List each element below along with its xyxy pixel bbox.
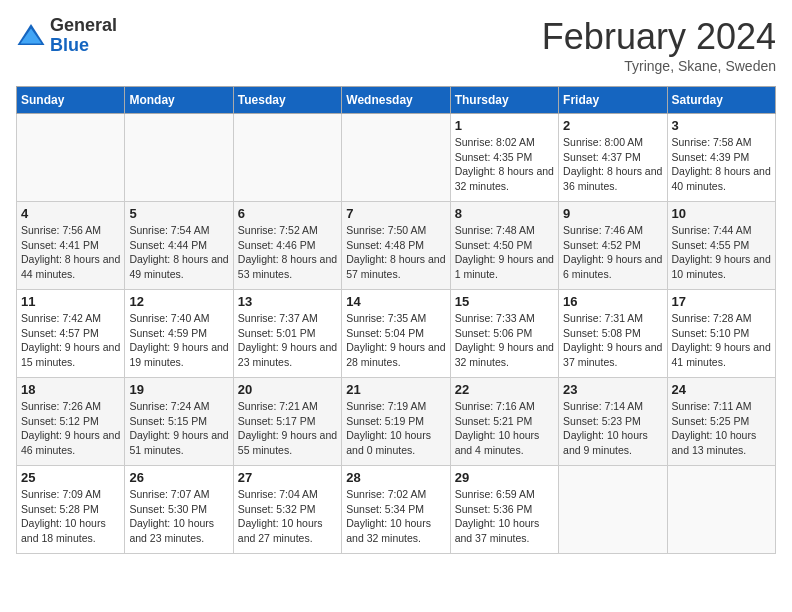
- day-info: Sunrise: 7:42 AMSunset: 4:57 PMDaylight:…: [21, 311, 120, 370]
- week-row-2: 11Sunrise: 7:42 AMSunset: 4:57 PMDayligh…: [17, 290, 776, 378]
- day-number: 3: [672, 118, 771, 133]
- calendar-cell: 13Sunrise: 7:37 AMSunset: 5:01 PMDayligh…: [233, 290, 341, 378]
- week-row-4: 25Sunrise: 7:09 AMSunset: 5:28 PMDayligh…: [17, 466, 776, 554]
- header: General Blue February 2024 Tyringe, Skan…: [16, 16, 776, 74]
- day-number: 1: [455, 118, 554, 133]
- calendar-cell: [342, 114, 450, 202]
- calendar-cell: 12Sunrise: 7:40 AMSunset: 4:59 PMDayligh…: [125, 290, 233, 378]
- calendar-cell: 19Sunrise: 7:24 AMSunset: 5:15 PMDayligh…: [125, 378, 233, 466]
- day-number: 16: [563, 294, 662, 309]
- day-info: Sunrise: 7:48 AMSunset: 4:50 PMDaylight:…: [455, 223, 554, 282]
- calendar-cell: 18Sunrise: 7:26 AMSunset: 5:12 PMDayligh…: [17, 378, 125, 466]
- day-number: 6: [238, 206, 337, 221]
- calendar-cell: 16Sunrise: 7:31 AMSunset: 5:08 PMDayligh…: [559, 290, 667, 378]
- day-info: Sunrise: 8:02 AMSunset: 4:35 PMDaylight:…: [455, 135, 554, 194]
- day-number: 29: [455, 470, 554, 485]
- calendar-cell: 21Sunrise: 7:19 AMSunset: 5:19 PMDayligh…: [342, 378, 450, 466]
- day-number: 9: [563, 206, 662, 221]
- calendar-cell: 20Sunrise: 7:21 AMSunset: 5:17 PMDayligh…: [233, 378, 341, 466]
- day-number: 5: [129, 206, 228, 221]
- day-number: 4: [21, 206, 120, 221]
- calendar-cell: 4Sunrise: 7:56 AMSunset: 4:41 PMDaylight…: [17, 202, 125, 290]
- day-info: Sunrise: 7:46 AMSunset: 4:52 PMDaylight:…: [563, 223, 662, 282]
- logo-icon: [16, 21, 46, 51]
- calendar-cell: [17, 114, 125, 202]
- day-info: Sunrise: 7:11 AMSunset: 5:25 PMDaylight:…: [672, 399, 771, 458]
- weekday-header-thursday: Thursday: [450, 87, 558, 114]
- calendar-cell: 15Sunrise: 7:33 AMSunset: 5:06 PMDayligh…: [450, 290, 558, 378]
- day-number: 19: [129, 382, 228, 397]
- calendar-cell: 10Sunrise: 7:44 AMSunset: 4:55 PMDayligh…: [667, 202, 775, 290]
- calendar-cell: 8Sunrise: 7:48 AMSunset: 4:50 PMDaylight…: [450, 202, 558, 290]
- day-info: Sunrise: 6:59 AMSunset: 5:36 PMDaylight:…: [455, 487, 554, 546]
- week-row-3: 18Sunrise: 7:26 AMSunset: 5:12 PMDayligh…: [17, 378, 776, 466]
- day-number: 28: [346, 470, 445, 485]
- weekday-header-wednesday: Wednesday: [342, 87, 450, 114]
- calendar-cell: [667, 466, 775, 554]
- weekday-header-tuesday: Tuesday: [233, 87, 341, 114]
- title-area: February 2024 Tyringe, Skane, Sweden: [542, 16, 776, 74]
- calendar-cell: 14Sunrise: 7:35 AMSunset: 5:04 PMDayligh…: [342, 290, 450, 378]
- logo: General Blue: [16, 16, 117, 56]
- calendar-cell: 26Sunrise: 7:07 AMSunset: 5:30 PMDayligh…: [125, 466, 233, 554]
- week-row-1: 4Sunrise: 7:56 AMSunset: 4:41 PMDaylight…: [17, 202, 776, 290]
- calendar-cell: 11Sunrise: 7:42 AMSunset: 4:57 PMDayligh…: [17, 290, 125, 378]
- day-info: Sunrise: 7:14 AMSunset: 5:23 PMDaylight:…: [563, 399, 662, 458]
- calendar-cell: 6Sunrise: 7:52 AMSunset: 4:46 PMDaylight…: [233, 202, 341, 290]
- day-info: Sunrise: 7:28 AMSunset: 5:10 PMDaylight:…: [672, 311, 771, 370]
- day-number: 27: [238, 470, 337, 485]
- day-info: Sunrise: 7:44 AMSunset: 4:55 PMDaylight:…: [672, 223, 771, 282]
- calendar-cell: 24Sunrise: 7:11 AMSunset: 5:25 PMDayligh…: [667, 378, 775, 466]
- day-number: 10: [672, 206, 771, 221]
- week-row-0: 1Sunrise: 8:02 AMSunset: 4:35 PMDaylight…: [17, 114, 776, 202]
- weekday-header-friday: Friday: [559, 87, 667, 114]
- day-number: 17: [672, 294, 771, 309]
- day-info: Sunrise: 7:02 AMSunset: 5:34 PMDaylight:…: [346, 487, 445, 546]
- month-title: February 2024: [542, 16, 776, 58]
- day-info: Sunrise: 7:04 AMSunset: 5:32 PMDaylight:…: [238, 487, 337, 546]
- calendar-cell: 1Sunrise: 8:02 AMSunset: 4:35 PMDaylight…: [450, 114, 558, 202]
- day-info: Sunrise: 7:21 AMSunset: 5:17 PMDaylight:…: [238, 399, 337, 458]
- calendar-cell: [125, 114, 233, 202]
- weekday-header-monday: Monday: [125, 87, 233, 114]
- day-info: Sunrise: 7:40 AMSunset: 4:59 PMDaylight:…: [129, 311, 228, 370]
- day-info: Sunrise: 7:07 AMSunset: 5:30 PMDaylight:…: [129, 487, 228, 546]
- calendar-cell: 5Sunrise: 7:54 AMSunset: 4:44 PMDaylight…: [125, 202, 233, 290]
- day-info: Sunrise: 7:26 AMSunset: 5:12 PMDaylight:…: [21, 399, 120, 458]
- day-number: 7: [346, 206, 445, 221]
- calendar-cell: 17Sunrise: 7:28 AMSunset: 5:10 PMDayligh…: [667, 290, 775, 378]
- day-number: 14: [346, 294, 445, 309]
- calendar-cell: 27Sunrise: 7:04 AMSunset: 5:32 PMDayligh…: [233, 466, 341, 554]
- calendar-cell: 23Sunrise: 7:14 AMSunset: 5:23 PMDayligh…: [559, 378, 667, 466]
- weekday-header-row: SundayMondayTuesdayWednesdayThursdayFrid…: [17, 87, 776, 114]
- calendar-cell: 29Sunrise: 6:59 AMSunset: 5:36 PMDayligh…: [450, 466, 558, 554]
- calendar-cell: [559, 466, 667, 554]
- day-number: 23: [563, 382, 662, 397]
- day-number: 18: [21, 382, 120, 397]
- day-number: 22: [455, 382, 554, 397]
- logo-blue-text: Blue: [50, 36, 117, 56]
- day-number: 26: [129, 470, 228, 485]
- day-info: Sunrise: 7:16 AMSunset: 5:21 PMDaylight:…: [455, 399, 554, 458]
- day-number: 2: [563, 118, 662, 133]
- logo-text: General Blue: [50, 16, 117, 56]
- day-number: 11: [21, 294, 120, 309]
- calendar-table: SundayMondayTuesdayWednesdayThursdayFrid…: [16, 86, 776, 554]
- day-number: 25: [21, 470, 120, 485]
- calendar-cell: [233, 114, 341, 202]
- day-info: Sunrise: 7:58 AMSunset: 4:39 PMDaylight:…: [672, 135, 771, 194]
- day-info: Sunrise: 7:33 AMSunset: 5:06 PMDaylight:…: [455, 311, 554, 370]
- day-number: 8: [455, 206, 554, 221]
- day-info: Sunrise: 7:24 AMSunset: 5:15 PMDaylight:…: [129, 399, 228, 458]
- day-number: 20: [238, 382, 337, 397]
- logo-general-text: General: [50, 16, 117, 36]
- day-info: Sunrise: 7:50 AMSunset: 4:48 PMDaylight:…: [346, 223, 445, 282]
- calendar-cell: 7Sunrise: 7:50 AMSunset: 4:48 PMDaylight…: [342, 202, 450, 290]
- weekday-header-sunday: Sunday: [17, 87, 125, 114]
- day-info: Sunrise: 7:19 AMSunset: 5:19 PMDaylight:…: [346, 399, 445, 458]
- day-info: Sunrise: 7:54 AMSunset: 4:44 PMDaylight:…: [129, 223, 228, 282]
- day-info: Sunrise: 7:37 AMSunset: 5:01 PMDaylight:…: [238, 311, 337, 370]
- calendar-cell: 28Sunrise: 7:02 AMSunset: 5:34 PMDayligh…: [342, 466, 450, 554]
- day-number: 12: [129, 294, 228, 309]
- calendar-cell: 25Sunrise: 7:09 AMSunset: 5:28 PMDayligh…: [17, 466, 125, 554]
